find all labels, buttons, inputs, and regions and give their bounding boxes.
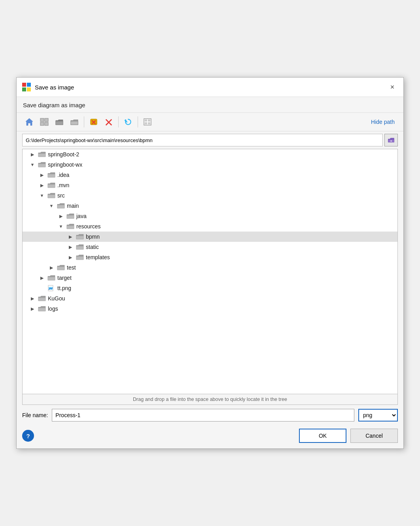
format-select[interactable]: png jpg svg gif (358, 409, 398, 422)
tree-item[interactable]: ▼ resources (23, 221, 397, 232)
tree-item[interactable]: ▶ static (23, 242, 397, 252)
close-button[interactable]: × (387, 82, 398, 93)
folder-icon (47, 172, 55, 178)
tree-toggle[interactable]: ▶ (57, 213, 64, 220)
tree-toggle[interactable]: ▶ (29, 151, 36, 158)
tree-item-selected[interactable]: ▶ bpmn (23, 232, 397, 242)
tree-item[interactable]: ▶ .idea (23, 170, 397, 180)
folder-new-icon (70, 118, 79, 126)
tree-toggle[interactable]: ▶ (29, 305, 36, 312)
toolbar-separator-1 (84, 116, 84, 127)
svg-rect-7 (40, 122, 44, 125)
tree-item[interactable]: ▶ templates (23, 252, 397, 262)
tree-toggle[interactable]: ▶ (38, 274, 45, 281)
tree-toggle[interactable]: ▶ (38, 171, 45, 178)
toolbar-separator-2 (118, 116, 119, 127)
folder-icon (66, 223, 74, 230)
svg-rect-18 (145, 122, 147, 124)
thumbnail-button[interactable] (140, 115, 155, 129)
folder-icon (47, 192, 55, 199)
tree-item-label: KuGou (48, 295, 65, 302)
path-browse-button[interactable] (384, 134, 398, 146)
tree-toggle[interactable]: ▼ (57, 223, 64, 230)
svg-rect-8 (45, 122, 48, 125)
tree-item[interactable]: ▼ src (23, 190, 397, 201)
tree-item[interactable]: ▶ .mvn (23, 180, 397, 190)
folder-icon (76, 244, 84, 250)
list-view-button[interactable] (37, 115, 51, 129)
folder-up-icon (55, 118, 64, 126)
ok-button[interactable]: OK (299, 429, 346, 443)
tree-item-label: springboot-wx (48, 161, 82, 168)
tree-toggle[interactable]: ▶ (48, 264, 55, 271)
folder-up-button[interactable] (52, 115, 66, 129)
tree-toggle[interactable]: ▼ (29, 161, 36, 168)
help-button[interactable]: ? (22, 430, 34, 442)
header-text: Save diagram as image (23, 102, 85, 108)
delete-button[interactable] (87, 115, 101, 129)
tree-item-label: target (57, 275, 72, 281)
title-bar: Save as image × (17, 78, 403, 97)
list-view-icon (40, 118, 49, 126)
tree-toggle[interactable]: ▼ (38, 192, 45, 199)
tree-toggle[interactable]: ▶ (67, 233, 74, 240)
home-button[interactable] (22, 115, 36, 129)
folder-new-button[interactable] (67, 115, 81, 129)
home-icon (25, 118, 34, 126)
tree-toggle[interactable]: ▼ (48, 202, 55, 209)
svg-rect-5 (40, 118, 44, 122)
thumbnail-icon (143, 118, 152, 126)
bottom-bar: ? OK Cancel (17, 425, 403, 448)
filename-input[interactable] (52, 409, 354, 422)
tree-item[interactable]: ▶ tt.png (23, 283, 397, 293)
svg-rect-0 (22, 83, 26, 87)
folder-icon (57, 203, 65, 209)
dialog-title: Save as image (35, 84, 74, 91)
svg-rect-1 (27, 83, 31, 87)
tree-toggle[interactable]: ▶ (38, 182, 45, 189)
tree-toggle[interactable]: ▶ (67, 243, 74, 251)
drag-hint: Drag and drop a file into the space abov… (22, 394, 398, 405)
tree-item[interactable]: ▶ test (23, 262, 397, 273)
filename-row: File name: png jpg svg gif (22, 409, 398, 422)
tree-item-label: java (76, 213, 87, 219)
tree-item[interactable]: ▼ springboot-wx (23, 160, 397, 170)
action-buttons: OK Cancel (299, 429, 398, 443)
folder-icon (38, 306, 46, 312)
folder-icon (57, 264, 65, 271)
svg-rect-6 (45, 118, 48, 122)
tree-item[interactable]: ▼ main (23, 201, 397, 211)
tree-item[interactable]: ▶ KuGou (23, 293, 397, 304)
file-tree[interactable]: ▶ springBoot-2 ▼ springboot-wx ▶ .idea ▶ (22, 149, 398, 394)
tree-item[interactable]: ▶ java (23, 211, 397, 221)
tree-item-label: tt.png (57, 285, 71, 291)
hide-path-button[interactable]: Hide path (368, 117, 398, 127)
path-input[interactable] (22, 134, 383, 146)
svg-rect-19 (148, 122, 150, 124)
tree-item[interactable]: ▶ springBoot-2 (23, 149, 397, 160)
svg-marker-4 (26, 118, 33, 125)
tree-toggle[interactable]: ▶ (29, 295, 36, 302)
folder-icon (47, 275, 55, 281)
svg-rect-16 (145, 120, 147, 122)
tree-item-label: logs (48, 306, 58, 312)
refresh-button[interactable] (121, 115, 135, 129)
svg-marker-14 (124, 119, 127, 120)
refresh-icon (124, 118, 132, 126)
svg-rect-2 (22, 87, 26, 91)
folder-icon (38, 161, 46, 168)
cancel-button[interactable]: Cancel (350, 429, 398, 443)
tree-item[interactable]: ▶ target (23, 273, 397, 283)
folder-icon (38, 295, 46, 302)
folder-icon (47, 182, 55, 188)
tree-item-label: springBoot-2 (48, 151, 79, 158)
folder-icon (76, 254, 84, 260)
tree-item-label: bpmn (86, 234, 100, 240)
toolbar: Hide path (17, 112, 403, 131)
tree-toggle[interactable]: ▶ (67, 254, 74, 261)
tree-item[interactable]: ▶ logs (23, 304, 397, 314)
dialog-header: Save diagram as image (17, 97, 403, 112)
remove-button[interactable] (102, 115, 116, 129)
tree-item-label: main (67, 203, 79, 209)
file-icon (47, 285, 55, 291)
